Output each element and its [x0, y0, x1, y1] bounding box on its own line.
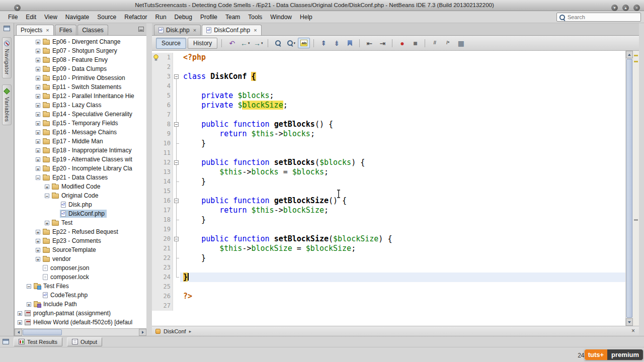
- code-line[interactable]: 26?>: [152, 292, 625, 301]
- search-input[interactable]: [568, 14, 638, 20]
- scroll-down-icon[interactable]: [626, 318, 633, 326]
- tree-item[interactable]: +Ep18 - Inappropriate Intimacy: [15, 146, 146, 155]
- forward-icon[interactable]: →▾: [252, 38, 264, 48]
- uncomment-icon[interactable]: /*: [442, 38, 454, 48]
- code-line-text[interactable]: public function getBlocks() {: [180, 120, 625, 129]
- tree-item[interactable]: composer.lock: [15, 273, 146, 282]
- panel-tab-files[interactable]: Files: [55, 25, 76, 35]
- expand-handle-icon[interactable]: +: [36, 257, 40, 261]
- expand-handle-icon[interactable]: +: [36, 67, 40, 71]
- close-tab-icon[interactable]: ×: [193, 27, 196, 33]
- tree-node[interactable]: Ep09 - Data Clumps: [42, 65, 109, 73]
- editor-vertical-scrollbar[interactable]: [625, 51, 633, 326]
- tree-item[interactable]: DiskConf.php: [15, 209, 146, 218]
- tree-node[interactable]: Ep08 - Feature Envy: [42, 56, 110, 64]
- code-line[interactable]: 14 }: [152, 177, 625, 187]
- expand-handle-icon[interactable]: +: [36, 121, 40, 126]
- expand-handle-icon[interactable]: +: [36, 248, 40, 252]
- expand-handle-icon[interactable]: +: [36, 112, 40, 117]
- expand-handle-icon[interactable]: +: [18, 320, 22, 325]
- tree-item[interactable]: +Ep22 - Refused Bequest: [15, 227, 146, 236]
- tree-item[interactable]: +progfun-patmat (assignment): [15, 309, 146, 318]
- fold-margin[interactable]: −: [173, 120, 180, 129]
- next-bookmark-icon[interactable]: ⇟: [331, 38, 343, 48]
- rectangular-selection-icon[interactable]: ▦: [455, 38, 467, 48]
- tree-item[interactable]: +Ep16 - Message Chains: [15, 128, 146, 137]
- tree-node[interactable]: vendor: [42, 255, 73, 263]
- menu-item-view[interactable]: View: [40, 12, 61, 22]
- code-line[interactable]: 13 $this->blocks = $blocks;: [152, 167, 625, 177]
- dock-window-icon[interactable]: [3, 339, 9, 344]
- expand-handle-icon[interactable]: +: [36, 94, 40, 99]
- expand-handle-icon[interactable]: +: [45, 221, 49, 225]
- tree-node[interactable]: progfun-patmat (assignment): [24, 309, 113, 317]
- editor-tab-diskconf.php[interactable]: DiskConf.php×: [202, 25, 261, 35]
- error-stripe-mark[interactable]: [634, 219, 638, 221]
- tree-node[interactable]: Ep18 - Inappropriate Intimacy: [42, 146, 133, 154]
- menu-item-file[interactable]: File: [4, 12, 22, 22]
- tree-item[interactable]: Disk.php: [15, 200, 146, 209]
- tree-item[interactable]: +Ep06 - Divergent Change: [15, 37, 146, 46]
- code-line[interactable]: 27: [152, 301, 625, 311]
- dock-window-icon[interactable]: [4, 26, 10, 31]
- expand-handle-icon[interactable]: +: [36, 157, 40, 162]
- strip-tab-variables[interactable]: Variables: [2, 84, 12, 126]
- expand-handle-icon[interactable]: +: [36, 40, 40, 44]
- fold-margin[interactable]: −: [173, 196, 180, 206]
- menu-item-refactor[interactable]: Refactor: [120, 12, 151, 22]
- scroll-left-icon[interactable]: [15, 329, 22, 336]
- tree-item[interactable]: +Test: [15, 218, 146, 227]
- previous-bookmark-icon[interactable]: ⇞: [317, 38, 330, 48]
- code-line-text[interactable]: public function setBlocks($blocks) {: [180, 158, 625, 167]
- code-line[interactable]: 20− public function setBlockSize($blockS…: [152, 234, 625, 244]
- scrollbar-thumb[interactable]: [23, 329, 62, 335]
- code-line[interactable]: 4: [152, 81, 625, 91]
- tree-node[interactable]: composer.json: [42, 264, 91, 272]
- expand-handle-icon[interactable]: +: [36, 58, 40, 62]
- tree-node[interactable]: Ep14 - Speculative Generality: [42, 110, 134, 118]
- panel-tab-classes[interactable]: Classes: [77, 25, 108, 35]
- find-selection-icon[interactable]: [272, 38, 284, 48]
- expand-handle-icon[interactable]: +: [27, 302, 31, 307]
- code-line[interactable]: 9 return $this->blocks;: [152, 129, 625, 139]
- tree-horizontal-scrollbar[interactable]: [14, 328, 146, 336]
- code-line[interactable]: 22 }: [152, 253, 625, 263]
- close-tab-icon[interactable]: ×: [46, 27, 49, 33]
- shift-line-right-icon[interactable]: ⇥: [376, 38, 388, 48]
- tree-node[interactable]: Ep10 - Primitive Obsession: [42, 74, 127, 82]
- strip-tab-navigator[interactable]: Navigator: [2, 37, 12, 78]
- fold-margin[interactable]: −: [173, 158, 180, 167]
- minimize-button-icon[interactable]: ▾: [611, 5, 618, 11]
- expand-handle-icon[interactable]: +: [45, 185, 49, 189]
- expand-handle-icon[interactable]: +: [36, 76, 40, 80]
- history-view-button[interactable]: History: [188, 38, 217, 49]
- back-icon[interactable]: ←▾: [239, 38, 251, 48]
- code-line-text[interactable]: $this->blocks = $blocks;: [180, 167, 625, 177]
- fold-collapse-icon[interactable]: −: [174, 74, 179, 79]
- window-menu-button-icon[interactable]: ▾: [14, 5, 21, 11]
- expand-handle-icon[interactable]: +: [36, 148, 40, 153]
- collapse-handle-icon[interactable]: −: [27, 284, 31, 289]
- menu-item-tools[interactable]: Tools: [244, 12, 266, 22]
- code-line-text[interactable]: [180, 225, 625, 234]
- editor-body[interactable]: 1<?php23−class DiskConf {45 private $blo…: [152, 51, 639, 326]
- tree-node[interactable]: Ep17 - Middle Man: [42, 137, 105, 145]
- panel-splitter[interactable]: [146, 23, 152, 336]
- fold-margin[interactable]: −: [173, 234, 180, 244]
- code-line-text[interactable]: <?php: [180, 53, 625, 62]
- expand-handle-icon[interactable]: +: [36, 139, 40, 144]
- code-line-text[interactable]: return $this->blocks;: [180, 129, 625, 139]
- maximize-button-icon[interactable]: ▴: [622, 5, 629, 11]
- dock-button-test-results[interactable]: Test Results: [14, 337, 62, 346]
- collapse-handle-icon[interactable]: −: [45, 194, 49, 198]
- tree-node[interactable]: Test: [51, 219, 74, 227]
- code-line-text[interactable]: public function setBlockSize($blockSize)…: [180, 234, 625, 244]
- fold-margin[interactable]: −: [173, 72, 180, 81]
- tree-item[interactable]: +SourceTemplate: [15, 245, 146, 254]
- tree-item[interactable]: +Hellow World (default-f502c6) [defaul: [15, 318, 146, 327]
- code-line-text[interactable]: }: [180, 215, 625, 225]
- shift-line-left-icon[interactable]: ⇤: [363, 38, 375, 48]
- code-line-text[interactable]: [180, 263, 625, 273]
- menu-item-source[interactable]: Source: [93, 12, 120, 22]
- code-line-text[interactable]: return $this->blockSize;: [180, 206, 625, 215]
